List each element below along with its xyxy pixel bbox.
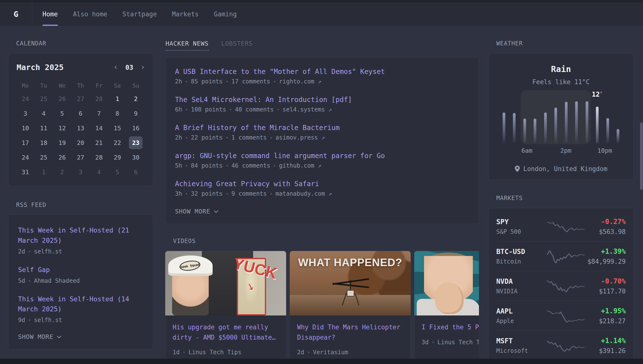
calendar-day[interactable]: 27 [71,92,90,106]
calendar-day[interactable]: 25 [35,92,53,106]
news-item-source[interactable]: matanabudy.com ↗ [276,190,332,197]
news-show-more-button[interactable]: SHOW MORE [175,208,469,215]
calendar-day[interactable]: 3 [71,165,90,179]
news-item-title[interactable]: Achieving Great Privacy with Safari [175,180,469,188]
video-thumbnail[interactable]: Geek SquadYUCK↘ [165,251,286,316]
calendar-day[interactable]: 2 [127,92,145,106]
video-thumbnail[interactable]: WHAT HAPPENED? [290,251,411,316]
news-item-comments[interactable]: 9 comments [231,190,267,197]
news-item-comments[interactable]: 40 comments [235,106,274,113]
calendar-day[interactable]: 28 [90,150,108,164]
news-item-age: 5h [175,162,182,169]
news-tab-lobsters[interactable]: LOBSTERS [221,40,253,51]
calendar-day[interactable]: 9 [127,106,145,120]
calendar-day[interactable]: 12 [53,121,71,135]
left-column: CALENDAR March 2025 03 MoTuWeThFrSaSu242… [8,40,153,364]
market-identity: NVDANVIDIA [496,278,543,295]
dot-separator-icon: • [28,317,31,323]
calendar-day[interactable]: 29 [108,150,127,164]
news-item-comments[interactable]: 1 comments [231,134,267,141]
calendar-day[interactable]: 5 [53,106,71,120]
prev-month-icon[interactable] [114,66,118,69]
calendar-day[interactable]: 24 [16,150,35,164]
market-row[interactable]: BTC-USDBitcoin+1.39%$84,999.29 [496,241,626,271]
nav-tab-markets[interactable]: Markets [172,2,199,26]
video-card-body: Why Did The Mars Helicopter Disappear?2d… [290,316,411,363]
nav-tab-startpage[interactable]: Startpage [123,2,157,26]
news-item-comments[interactable]: 46 comments [231,162,270,169]
rss-item-title[interactable]: This Week in Self-Hosted (21 March 2025) [18,225,143,246]
video-title[interactable]: I Fixed the 5 Power Connect [422,322,479,332]
calendar-day[interactable]: 8 [108,106,127,120]
news-item-title[interactable]: argp: GNU-style command line argument pa… [175,152,469,160]
news-item-meta: 2h•22 points•1 comments•asimov.press ↗ [175,134,469,141]
calendar-day[interactable]: 4 [90,165,108,179]
calendar-day[interactable]: 23 [127,136,145,150]
weather-axis-label: 6am [521,147,532,154]
calendar-day[interactable]: 3 [16,106,35,120]
calendar-day[interactable]: 21 [90,136,108,150]
weather-location: London, United Kingdom [497,165,625,172]
calendar-day[interactable]: 4 [35,106,53,120]
news-item-source[interactable]: righto.com ↗ [279,78,321,85]
calendar-day[interactable]: 15 [108,121,127,135]
rss-item-title[interactable]: Self Gap [18,265,143,275]
news-item-points: 22 points [191,134,223,141]
market-row[interactable]: AAPLApple+1.95%$218.27 [496,301,626,330]
calendar-day[interactable]: 1 [35,165,53,179]
news-item-comments[interactable]: 17 comments [231,78,270,85]
video-thumbnail[interactable]: DOTHT [414,251,479,316]
calendar-day[interactable]: 7 [90,106,108,120]
calendar-day[interactable]: 26 [53,92,71,106]
weather-hour-bar [586,101,588,143]
market-row[interactable]: SPYS&P 500-0.27%$563.98 [496,212,626,241]
calendar-day-number: 2 [56,166,69,178]
news-item-title[interactable]: A Brief History of the Miracle Bacterium [175,124,469,132]
calendar-day[interactable]: 6 [71,106,90,120]
next-month-icon[interactable] [141,66,145,69]
rss-item-title[interactable]: This Week in Self-Hosted (14 March 2025) [18,294,143,314]
calendar-day[interactable]: 28 [90,92,108,106]
nav-tab-also-home[interactable]: Also home [73,2,107,26]
rss-item-meta: 2d•selfh.st [18,248,143,255]
news-item-source[interactable]: sel4.systems ↗ [283,106,332,113]
calendar-day[interactable]: 30 [127,150,145,164]
market-row[interactable]: MSFTMicrosoft+1.14%$391.26 [496,330,626,360]
calendar-day[interactable]: 25 [35,150,53,164]
calendar-day[interactable]: 19 [53,136,71,150]
weather-hour-bar [617,129,619,143]
video-title[interactable]: Why Did The Mars Helicopter Disappear? [297,322,403,342]
nav-tab-gaming[interactable]: Gaming [214,2,237,26]
calendar-day[interactable]: 24 [16,92,35,106]
calendar-day[interactable]: 20 [71,136,90,150]
calendar-day[interactable]: 10 [16,121,35,135]
news-item-title[interactable]: The SeL4 Microkernel: An Introduction [p… [175,96,469,104]
calendar-day[interactable]: 27 [71,150,90,164]
calendar-day[interactable]: 13 [71,121,90,135]
calendar-day[interactable]: 16 [127,121,145,135]
news-item-source[interactable]: asimov.press ↗ [276,134,325,141]
nav-tab-home[interactable]: Home [43,2,58,26]
calendar-day[interactable]: 5 [108,165,127,179]
page-scrollbar-thumb[interactable] [640,122,643,190]
calendar-day[interactable]: 31 [16,165,35,179]
calendar-day[interactable]: 1 [108,92,127,106]
calendar-day[interactable]: 18 [35,136,53,150]
news-item-title[interactable]: A USB Interface to the "Mother of All De… [175,68,469,76]
weather-bar-slot [606,101,609,143]
calendar-day[interactable]: 26 [53,150,71,164]
calendar-day[interactable]: 2 [53,165,71,179]
market-row[interactable]: NVDANVIDIA-0.70%$117.70 [496,271,626,301]
video-card: Geek SquadYUCK↘His upgrade got me really… [165,251,286,363]
news-tab-hacker-news[interactable]: HACKER NEWS [166,40,209,51]
calendar-day[interactable]: 6 [127,165,145,179]
calendar-day[interactable]: 17 [16,136,35,150]
video-title[interactable]: His upgrade got me really dirty - AMD $5… [173,322,279,342]
calendar-day[interactable]: 11 [35,121,53,135]
weather-hour-bar [606,118,609,143]
calendar-day[interactable]: 22 [108,136,127,150]
rss-show-more-button[interactable]: SHOW MORE [18,333,143,340]
news-item-source[interactable]: github.com ↗ [279,162,321,169]
calendar-day[interactable]: 14 [90,121,108,135]
app-logo[interactable]: G [0,2,32,26]
